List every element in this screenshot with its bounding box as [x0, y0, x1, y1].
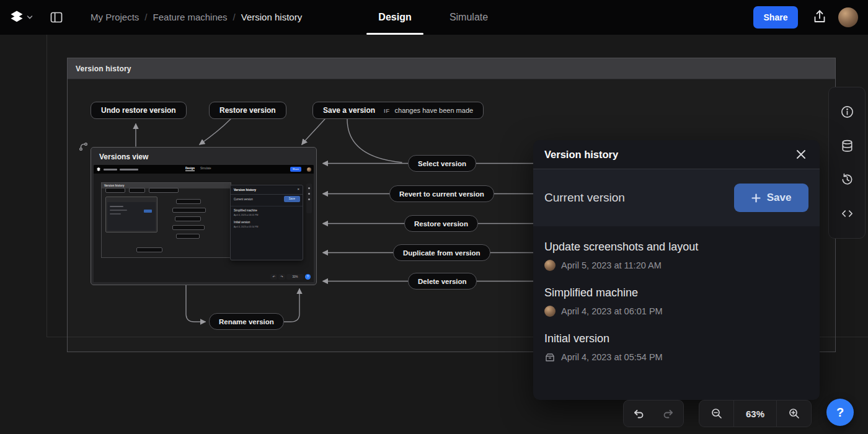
version-list-item[interactable]: Initial version April 4, 2023 at 05:54 P… — [533, 324, 820, 370]
guard-keyword: IF — [384, 107, 389, 114]
version-list-item[interactable]: Simplified machine April 4, 2023 at 06:0… — [533, 278, 820, 324]
state-label: Save a version — [323, 106, 375, 115]
machine-title-bar[interactable]: Version history — [68, 58, 835, 79]
mini-machine-frame: Version history — [101, 182, 231, 258]
event-duplicate-from-version[interactable]: Duplicate from version — [393, 244, 490, 261]
event-delete-version[interactable]: Delete version — [408, 273, 477, 290]
current-version-label: Current version — [544, 191, 625, 205]
event-label: Rename version — [219, 318, 274, 326]
undo-redo-group — [623, 400, 684, 427]
breadcrumb: My Projects/Feature machines/Version his… — [91, 0, 302, 35]
mini-state-pill — [149, 188, 179, 193]
version-title: Update screenshots and layout — [544, 241, 808, 254]
mini-undo-icon: ↶ — [270, 274, 277, 280]
mini-version-panel: Version history × Current version Save S… — [230, 185, 303, 260]
breadcrumb-feature-machines[interactable]: Feature machines — [153, 12, 228, 22]
breadcrumb-separator: / — [144, 12, 147, 22]
event-rename-version[interactable]: Rename version — [209, 313, 284, 330]
mini-avatar — [307, 167, 311, 172]
version-history-panel: Version history Current version Save Upd… — [533, 140, 820, 400]
zoom-out-button[interactable] — [699, 401, 733, 427]
help-button[interactable]: ? — [826, 399, 854, 426]
event-label: Restore version — [414, 220, 468, 228]
tab-simulate[interactable]: Simulate — [442, 0, 495, 35]
tab-simulate-label: Simulate — [450, 12, 488, 23]
event-revert-to-current-version[interactable]: Revert to current version — [389, 185, 494, 202]
state-versions-view[interactable]: Versions view Design Simulate Share Vers… — [91, 147, 317, 285]
top-bar: My Projects/Feature machines/Version his… — [0, 0, 868, 35]
state-label: Undo restore version — [101, 106, 176, 115]
mini-text-bar — [104, 169, 117, 170]
tab-design-label: Design — [378, 12, 411, 23]
save-button-label: Save — [767, 192, 792, 204]
mini-save-button: Save — [284, 196, 300, 202]
mini-help-button: ? — [305, 274, 311, 280]
mini-close-icon: × — [297, 187, 299, 191]
breadcrumb-current: Version history — [241, 12, 302, 22]
panel-header: Version history — [533, 140, 820, 169]
info-icon[interactable] — [836, 100, 858, 123]
event-restore-version[interactable]: Restore version — [404, 215, 478, 232]
version-timestamp: April 5, 2023 at 11:20 AM — [561, 260, 662, 270]
close-icon[interactable] — [794, 147, 808, 162]
code-icon[interactable] — [836, 203, 858, 225]
mini-tab-simulate: Simulate — [200, 167, 211, 170]
state-restore-version[interactable]: Restore version — [209, 102, 286, 119]
mini-version-title: Initial version — [234, 221, 250, 224]
mini-version-meta: April 4, 2023 at 05:54 PM — [234, 226, 259, 228]
share-button[interactable]: Share — [753, 6, 798, 29]
mini-event-pill — [176, 234, 200, 239]
mini-top-bar: Design Simulate Share — [94, 165, 314, 174]
export-button[interactable] — [812, 9, 828, 25]
mini-redo-icon: ↷ — [278, 274, 285, 280]
save-version-button[interactable]: Save — [734, 184, 808, 212]
tab-design[interactable]: Design — [366, 0, 423, 35]
mini-divider — [231, 206, 303, 206]
zoom-level[interactable]: 63% — [734, 409, 776, 419]
mini-text-bar — [110, 210, 127, 211]
mini-canvas: Version history — [94, 174, 314, 282]
redo-button[interactable] — [653, 401, 683, 427]
mini-version-title: Simplified machine — [234, 209, 257, 212]
user-avatar[interactable] — [838, 7, 858, 27]
mini-blue-pill — [144, 210, 152, 213]
version-timestamp: April 4, 2023 at 05:54 PM — [561, 352, 663, 362]
logo-menu[interactable] — [9, 10, 33, 25]
stately-logo-icon — [9, 10, 24, 25]
tab-active-underline — [366, 33, 423, 35]
panel-title: Version history — [544, 149, 618, 161]
version-list-item[interactable]: Update screenshots and layout April 5, 2… — [533, 232, 820, 278]
mini-text-bar — [110, 206, 123, 207]
version-title: Initial version — [544, 332, 808, 345]
data-icon[interactable] — [836, 135, 858, 157]
zoom-in-button[interactable] — [777, 401, 811, 427]
sidebar-toggle-button[interactable] — [50, 11, 63, 24]
version-author-avatar — [544, 306, 556, 317]
mini-divider — [231, 194, 303, 195]
event-label: Duplicate from version — [403, 249, 480, 257]
right-toolbar — [828, 87, 866, 239]
mini-event-pill — [176, 199, 201, 204]
mini-text-bar — [120, 169, 138, 170]
history-icon[interactable] — [836, 169, 858, 191]
version-author-avatar — [544, 260, 556, 271]
event-select-version[interactable]: Select version — [408, 155, 476, 172]
breadcrumb-my-projects[interactable]: My Projects — [91, 12, 139, 22]
mini-state-pill — [129, 188, 145, 193]
state-undo-restore-version[interactable]: Undo restore version — [91, 102, 187, 119]
mini-versions-view-node — [105, 197, 157, 232]
current-version-row: Current version Save — [533, 169, 820, 226]
box-icon — [544, 352, 556, 363]
version-list: Update screenshots and layout April 5, 2… — [533, 226, 820, 370]
zoom-controls: 63% — [699, 400, 812, 427]
mini-right-toolbar — [306, 184, 312, 213]
breadcrumb-separator: / — [233, 12, 236, 22]
mini-bottom-controls: ↶ ↷ 30% ? — [270, 274, 311, 280]
mini-event-pill — [172, 208, 206, 213]
mini-event-pill — [136, 247, 162, 252]
mini-zoom-level: 30% — [286, 274, 304, 280]
versions-view-screenshot: Design Simulate Share Version history — [94, 165, 314, 282]
state-save-a-version[interactable]: Save a version IF changes have been made — [312, 102, 484, 119]
machine-bounds-left — [46, 35, 47, 337]
undo-button[interactable] — [624, 401, 653, 427]
